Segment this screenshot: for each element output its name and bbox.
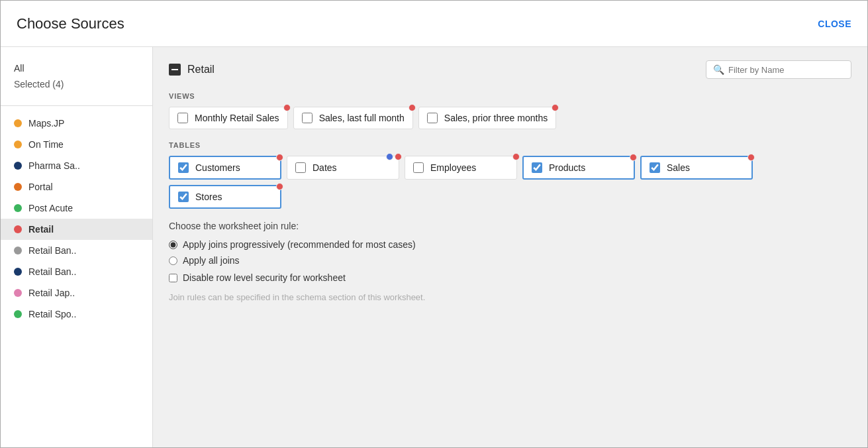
modal-header: Choose Sources CLOSE bbox=[1, 1, 867, 47]
table-card[interactable]: Stores bbox=[169, 185, 281, 209]
sidebar-item[interactable]: Retail Ban.. bbox=[1, 261, 152, 282]
filter-input-wrap: 🔍 bbox=[706, 60, 851, 79]
sidebar-item-label: Post Acute bbox=[28, 203, 73, 213]
security-label[interactable]: Disable row level security for worksheet bbox=[183, 272, 346, 283]
table-label: Stores bbox=[195, 192, 222, 202]
deselect-all-icon[interactable] bbox=[169, 64, 181, 76]
sidebar-item[interactable]: On Time bbox=[1, 134, 152, 155]
table-checkbox[interactable] bbox=[178, 162, 189, 173]
dot-badge-blue bbox=[386, 153, 393, 160]
sidebar-item[interactable]: Post Acute bbox=[1, 197, 152, 219]
modal-container: Choose Sources CLOSE All Selected (4) Ma… bbox=[0, 0, 868, 448]
sidebar-filter-section: All Selected (4) bbox=[1, 60, 152, 99]
join-radio-label[interactable]: Apply all joins bbox=[183, 255, 240, 266]
view-card[interactable]: Sales, prior three months bbox=[418, 107, 556, 129]
sidebar: All Selected (4) Maps.JPOn TimePharma Sa… bbox=[1, 47, 153, 447]
sidebar-item[interactable]: Maps.JP bbox=[1, 113, 152, 134]
sidebar-dot bbox=[14, 183, 22, 191]
views-section: VIEWS Monthly Retail SalesSales, last fu… bbox=[169, 92, 851, 129]
view-checkbox[interactable] bbox=[427, 113, 438, 123]
sidebar-dot bbox=[14, 268, 22, 276]
retail-header-left: Retail bbox=[169, 64, 215, 76]
sidebar-dot bbox=[14, 162, 22, 170]
join-note: Join rules can be specified in the schem… bbox=[169, 292, 851, 302]
table-checkbox[interactable] bbox=[295, 162, 306, 173]
dot-badge bbox=[409, 104, 416, 111]
sidebar-item-label: Maps.JP bbox=[28, 118, 64, 129]
table-checkbox[interactable] bbox=[178, 192, 189, 202]
view-checkbox[interactable] bbox=[177, 113, 188, 123]
join-option-row[interactable]: Apply joins progressively (recommended f… bbox=[169, 239, 851, 250]
sidebar-all[interactable]: All bbox=[14, 60, 139, 76]
sidebar-item-label: Retail bbox=[28, 224, 54, 235]
table-label: Customers bbox=[195, 162, 240, 173]
sidebar-dot bbox=[14, 247, 22, 254]
table-checkbox[interactable] bbox=[413, 162, 424, 173]
join-radio-label[interactable]: Apply joins progressively (recommended f… bbox=[183, 239, 416, 250]
main-header: Retail 🔍 bbox=[169, 60, 851, 79]
view-checkbox[interactable] bbox=[302, 113, 313, 123]
main-content: Retail 🔍 VIEWS Monthly Retail SalesSales… bbox=[153, 47, 867, 447]
table-checkbox[interactable] bbox=[532, 162, 542, 173]
sidebar-list: Maps.JPOn TimePharma Sa..PortalPost Acut… bbox=[1, 113, 152, 325]
table-card[interactable]: Dates bbox=[287, 156, 399, 180]
view-label: Monthly Retail Sales bbox=[195, 113, 279, 123]
view-label: Sales, prior three months bbox=[444, 113, 548, 123]
retail-label: Retail bbox=[187, 64, 215, 76]
modal-body: All Selected (4) Maps.JPOn TimePharma Sa… bbox=[1, 47, 867, 447]
close-button[interactable]: CLOSE bbox=[818, 19, 851, 29]
sidebar-selected[interactable]: Selected (4) bbox=[14, 76, 139, 92]
filter-input[interactable] bbox=[728, 65, 844, 75]
sidebar-item[interactable]: Portal bbox=[1, 176, 152, 197]
sidebar-item[interactable]: Retail Spo.. bbox=[1, 304, 152, 325]
security-checkbox[interactable] bbox=[169, 274, 177, 282]
table-checkbox[interactable] bbox=[650, 162, 660, 173]
tables-section: TABLES CustomersDatesEmployeesProductsSa… bbox=[169, 141, 851, 209]
sidebar-divider bbox=[1, 105, 152, 106]
dot-badge-red bbox=[747, 154, 755, 161]
sidebar-dot bbox=[14, 140, 22, 148]
sidebar-item-label: Retail Spo.. bbox=[28, 309, 76, 319]
sidebar-dot bbox=[14, 310, 22, 318]
views-row: Monthly Retail SalesSales, last full mon… bbox=[169, 107, 851, 129]
views-label: VIEWS bbox=[169, 92, 851, 100]
join-option-row[interactable]: Apply all joins bbox=[169, 255, 851, 266]
sidebar-item-label: Retail Ban.. bbox=[28, 266, 76, 277]
table-card[interactable]: Products bbox=[522, 156, 635, 180]
view-label: Sales, last full month bbox=[319, 113, 405, 123]
tables-label: TABLES bbox=[169, 141, 851, 149]
sidebar-item-label: Retail Ban.. bbox=[28, 245, 76, 256]
dot-badge-red bbox=[276, 154, 283, 161]
modal-title: Choose Sources bbox=[17, 15, 124, 32]
search-icon: 🔍 bbox=[713, 64, 724, 75]
dot-badge bbox=[283, 104, 291, 111]
table-card[interactable]: Sales bbox=[640, 156, 753, 180]
view-card[interactable]: Sales, last full month bbox=[293, 107, 413, 129]
dot-badge-red bbox=[276, 183, 283, 190]
join-radio[interactable] bbox=[169, 241, 177, 249]
security-row[interactable]: Disable row level security for worksheet bbox=[169, 272, 851, 283]
table-card[interactable]: Customers bbox=[169, 156, 281, 180]
view-card[interactable]: Monthly Retail Sales bbox=[169, 107, 288, 129]
sidebar-item-label: On Time bbox=[28, 139, 64, 150]
sidebar-item[interactable]: Retail bbox=[1, 219, 152, 240]
tables-row: CustomersDatesEmployeesProductsSalesStor… bbox=[169, 156, 851, 209]
join-radio[interactable] bbox=[169, 256, 177, 265]
dot-badge bbox=[552, 104, 559, 111]
sidebar-dot bbox=[14, 225, 22, 233]
sidebar-dot bbox=[14, 204, 22, 212]
sidebar-item[interactable]: Pharma Sa.. bbox=[1, 155, 152, 176]
table-label: Dates bbox=[313, 162, 337, 173]
table-card[interactable]: Employees bbox=[405, 156, 517, 180]
dot-badge-red bbox=[512, 153, 520, 160]
dot-badge-red bbox=[395, 153, 402, 160]
sidebar-item-label: Portal bbox=[28, 182, 53, 192]
table-label: Products bbox=[549, 162, 585, 173]
table-label: Employees bbox=[430, 162, 476, 173]
sidebar-dot bbox=[14, 289, 22, 297]
table-label: Sales bbox=[667, 162, 690, 173]
sidebar-item-label: Pharma Sa.. bbox=[28, 160, 80, 171]
sidebar-item-label: Retail Jap.. bbox=[28, 288, 75, 298]
sidebar-item[interactable]: Retail Jap.. bbox=[1, 282, 152, 304]
sidebar-item[interactable]: Retail Ban.. bbox=[1, 240, 152, 261]
